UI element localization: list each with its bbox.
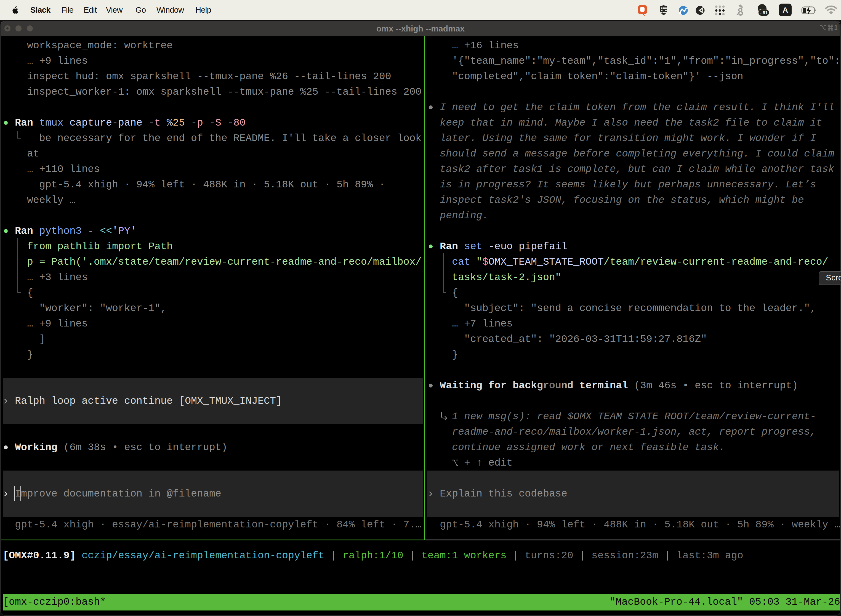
svg-text:A: A [782,6,788,14]
svg-text:..61: ..61 [760,10,768,15]
svg-text:1: 1 [834,24,837,31]
